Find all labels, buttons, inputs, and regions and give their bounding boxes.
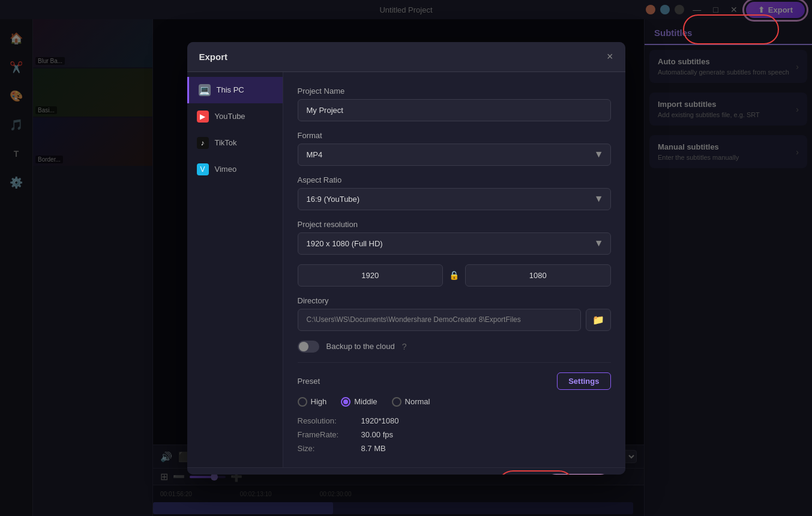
modal-close-button[interactable]: × bbox=[607, 50, 613, 63]
project-name-label: Project Name bbox=[298, 87, 611, 96]
size-label: Size: bbox=[298, 444, 352, 453]
tiktok-icon: ♪ bbox=[197, 137, 209, 149]
preset-radio-group: High Middle Normal bbox=[298, 397, 611, 407]
modal-overlay: Export × 💻 This PC ▶ YouTube ♪ TikTok bbox=[0, 0, 812, 516]
preset-label: Preset bbox=[298, 377, 320, 386]
preset-high-label: High bbox=[311, 397, 327, 406]
preset-middle-label: Middle bbox=[354, 397, 377, 406]
width-input[interactable] bbox=[298, 264, 444, 287]
vimeo-icon: V bbox=[197, 163, 209, 175]
settings-button[interactable]: Settings bbox=[557, 372, 610, 390]
directory-row: 📁 bbox=[298, 309, 611, 331]
framerate-label: FrameRate: bbox=[298, 430, 352, 439]
export-button-bottom-annotation bbox=[497, 470, 575, 475]
youtube-icon: ▶ bbox=[197, 111, 209, 123]
size-spec-row: Size: 8.7 MB bbox=[298, 444, 611, 453]
sidebar-item-tiktok[interactable]: ♪ TikTok bbox=[187, 130, 283, 156]
resolution-label: Project resolution bbox=[298, 220, 611, 229]
resolution-spec-name: Resolution: bbox=[298, 416, 352, 425]
size-value: 8.7 MB bbox=[361, 444, 386, 453]
cloud-backup-row: Backup to the cloud ? bbox=[298, 341, 611, 353]
preset-section: Preset Settings High Middle bbox=[298, 372, 611, 407]
resolution-select[interactable]: 1920 x 1080 (Full HD) bbox=[298, 232, 611, 255]
directory-group: Directory 📁 bbox=[298, 296, 611, 331]
aspect-ratio-group: Aspect Ratio 16:9 (YouTube) ▼ bbox=[298, 175, 611, 210]
format-select-wrapper: MP4 ▼ bbox=[298, 144, 611, 166]
sidebar-item-this-pc[interactable]: 💻 This PC bbox=[187, 77, 283, 103]
help-icon[interactable]: ? bbox=[402, 342, 407, 351]
modal-footer: Export bbox=[187, 467, 625, 475]
modal-header: Export × bbox=[187, 42, 625, 72]
modal-body: 💻 This PC ▶ YouTube ♪ TikTok V Vimeo bbox=[187, 72, 625, 467]
resolution-spec-row: Resolution: 1920*1080 bbox=[298, 416, 611, 425]
this-pc-icon: 💻 bbox=[199, 84, 211, 96]
tiktok-label: TikTok bbox=[215, 138, 237, 147]
format-select[interactable]: MP4 bbox=[298, 144, 611, 166]
project-name-group: Project Name bbox=[298, 87, 611, 121]
vimeo-label: Vimeo bbox=[215, 165, 237, 174]
cloud-backup-label: Backup to the cloud bbox=[326, 342, 395, 351]
modal-title: Export bbox=[199, 52, 228, 62]
preset-middle[interactable]: Middle bbox=[341, 397, 377, 407]
aspect-ratio-select[interactable]: 16:9 (YouTube) bbox=[298, 188, 611, 210]
cloud-toggle-thumb bbox=[299, 342, 308, 351]
resolution-select-wrapper: 1920 x 1080 (Full HD) ▼ bbox=[298, 232, 611, 255]
preset-normal[interactable]: Normal bbox=[392, 397, 430, 407]
preset-high-radio bbox=[298, 397, 307, 407]
cloud-toggle[interactable] bbox=[298, 341, 319, 353]
aspect-ratio-label: Aspect Ratio bbox=[298, 175, 611, 184]
aspect-ratio-select-wrapper: 16:9 (YouTube) ▼ bbox=[298, 188, 611, 210]
project-name-input[interactable] bbox=[298, 99, 611, 121]
this-pc-label: This PC bbox=[217, 85, 244, 94]
preset-normal-label: Normal bbox=[405, 397, 430, 406]
specs-grid: Resolution: 1920*1080 FrameRate: 30.00 f… bbox=[298, 416, 611, 453]
youtube-label: YouTube bbox=[215, 112, 245, 121]
resolution-group: Project resolution 1920 x 1080 (Full HD)… bbox=[298, 220, 611, 255]
directory-label: Directory bbox=[298, 296, 611, 305]
format-group: Format MP4 ▼ bbox=[298, 131, 611, 166]
preset-row: Preset Settings bbox=[298, 372, 611, 390]
browse-button[interactable]: 📁 bbox=[586, 309, 611, 331]
modal-sidebar: 💻 This PC ▶ YouTube ♪ TikTok V Vimeo bbox=[187, 72, 283, 467]
form-divider bbox=[298, 362, 611, 363]
lock-icon: 🔒 bbox=[449, 270, 459, 280]
framerate-spec-row: FrameRate: 30.00 fps bbox=[298, 430, 611, 439]
preset-normal-radio bbox=[392, 397, 401, 407]
preset-middle-radio bbox=[341, 397, 350, 407]
framerate-value: 30.00 fps bbox=[361, 430, 394, 439]
directory-input[interactable] bbox=[298, 309, 581, 331]
format-label: Format bbox=[298, 131, 611, 140]
sidebar-item-vimeo[interactable]: V Vimeo bbox=[187, 156, 283, 183]
height-input[interactable] bbox=[465, 264, 611, 287]
preset-high[interactable]: High bbox=[298, 397, 327, 407]
sidebar-item-youtube[interactable]: ▶ YouTube bbox=[187, 103, 283, 130]
resolution-inputs: 🔒 bbox=[298, 264, 611, 287]
export-modal: Export × 💻 This PC ▶ YouTube ♪ TikTok bbox=[187, 42, 625, 475]
modal-form: Project Name Format MP4 ▼ Aspect Ratio bbox=[283, 72, 625, 467]
resolution-spec-value: 1920*1080 bbox=[361, 416, 399, 425]
